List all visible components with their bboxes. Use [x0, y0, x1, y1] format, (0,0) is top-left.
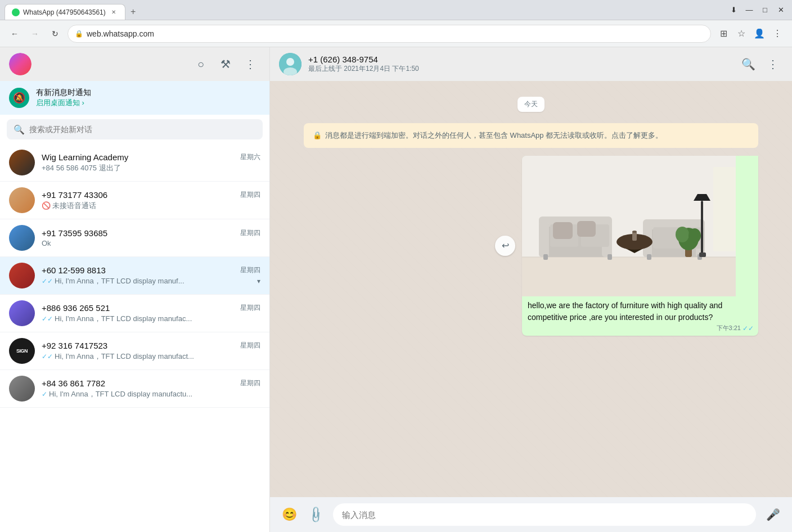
search-input[interactable]	[29, 125, 256, 134]
chat-name-886: +886 936 265 521	[42, 303, 110, 313]
chat-info-60: +60 12-599 8813 星期四 ✓✓ Hi, I'm Anna，TFT …	[42, 265, 260, 286]
svg-rect-30	[701, 201, 703, 254]
chat-item-84b[interactable]: +84 36 861 7782 星期四 ✓ Hi, I'm Anna，TFT L…	[0, 370, 269, 408]
chat-item-wig[interactable]: Wig Learning Academy 星期六 +84 56 586 4075…	[0, 144, 269, 182]
browser-minimize-button[interactable]: —	[742, 3, 756, 17]
chat-preview-91b: Ok	[42, 239, 51, 247]
profile-icon[interactable]: 👤	[752, 26, 767, 42]
chat-options-button[interactable]: ⋮	[763, 54, 783, 74]
avatar-91a	[9, 187, 35, 213]
encrypted-text: 消息都是进行端到端加密。对话之外的任何人，甚至包含 WhatsApp 都无法读取…	[325, 130, 663, 141]
attach-button[interactable]: 📎	[302, 501, 331, 529]
new-chat-icon[interactable]: ⚒	[215, 54, 236, 74]
address-bar-icons: ⊞ ☆ 👤 ⋮	[716, 26, 785, 42]
more-options-icon[interactable]: ⋮	[240, 54, 260, 74]
message-bubble: hello,we are the factory of furniture wi…	[522, 156, 758, 336]
chat-top-wig: Wig Learning Academy 星期六	[42, 152, 260, 162]
contact-avatar[interactable]	[279, 53, 302, 75]
apps-icon[interactable]: ⊞	[716, 26, 731, 42]
browser-maximize-button[interactable]: □	[758, 3, 772, 17]
active-tab[interactable]: WhatsApp (447950643561) ✕	[4, 4, 125, 20]
star-icon[interactable]: ☆	[734, 26, 749, 42]
chat-name-91a: +91 73177 43306	[42, 190, 107, 200]
chat-item-91b[interactable]: +91 73595 93685 星期四 Ok	[0, 219, 269, 257]
chat-item-60[interactable]: +60 12-599 8813 星期四 ✓✓ Hi, I'm Anna，TFT …	[0, 257, 269, 295]
chat-top-91a: +91 73177 43306 星期四	[42, 190, 260, 200]
chat-info-wig: Wig Learning Academy 星期六 +84 56 586 4075…	[42, 152, 260, 173]
mic-button[interactable]: 🎤	[763, 504, 783, 525]
tab-close-button[interactable]: ✕	[109, 8, 118, 17]
chat-item-91a[interactable]: +91 73177 43306 星期四 🚫 未接语音通话	[0, 182, 269, 219]
browser-window-controls: ⬇ — □ ✕	[727, 3, 788, 17]
chat-time-886: 星期四	[240, 303, 260, 313]
chat-info-sign: +92 316 7417523 星期四 ✓✓ Hi, I'm Anna，TFT …	[42, 341, 260, 362]
chat-bottom-84b: ✓ Hi, I'm Anna，TFT LCD display manufactu…	[42, 389, 260, 399]
chat-top-91b: +91 73595 93685 星期四	[42, 228, 260, 238]
svg-rect-12	[543, 254, 548, 260]
search-messages-button[interactable]: 🔍	[738, 54, 758, 74]
search-icon: 🔍	[14, 124, 25, 135]
forward-button[interactable]: →	[27, 26, 43, 42]
chat-time-91a: 星期四	[240, 190, 260, 200]
address-bar: ← → ↻ 🔒 web.whatsapp.com ⊞ ☆ 👤 ⋮	[0, 20, 792, 47]
contact-info: +1 (626) 348-9754 最后上线于 2021年12月4日 下午1:5…	[308, 55, 731, 74]
sidebar-actions: ○ ⚒ ⋮	[191, 54, 260, 74]
chat-time-sign: 星期四	[240, 341, 260, 350]
svg-rect-4	[522, 257, 736, 296]
user-avatar[interactable]	[9, 53, 32, 75]
chat-info-84b: +84 36 861 7782 星期四 ✓ Hi, I'm Anna，TFT L…	[42, 378, 260, 399]
chat-preview-wig: +84 56 586 4075 退出了	[42, 163, 121, 173]
avatar-886	[9, 300, 35, 326]
lock-icon: 🔒	[75, 30, 83, 38]
avatar-wig	[9, 150, 35, 175]
chat-time-60: 星期四	[240, 265, 260, 275]
message-text: hello,we are the factory of furniture wi…	[522, 296, 758, 336]
menu-icon[interactable]: ⋮	[770, 26, 785, 42]
chat-item-886[interactable]: +886 936 265 521 星期四 ✓✓ Hi, I'm Anna，TFT…	[0, 295, 269, 332]
message-meta: 下午3:21 ✓✓	[717, 323, 754, 333]
missed-call-icon: 🚫	[42, 201, 51, 210]
svg-rect-32	[699, 253, 706, 257]
svg-rect-34	[553, 222, 573, 239]
whatsapp-app: ○ ⚒ ⋮ 🔕 有新消息时通知 启用桌面通知 › 🔍	[0, 47, 792, 532]
svg-rect-13	[608, 254, 612, 260]
back-button[interactable]: ←	[7, 26, 22, 42]
reload-button[interactable]: ↻	[47, 26, 63, 42]
message-input[interactable]	[333, 503, 756, 526]
browser-profile-icon[interactable]: ⬇	[727, 3, 740, 17]
svg-rect-19	[647, 254, 651, 260]
chat-bottom-91b: Ok	[42, 239, 260, 247]
svg-point-1	[286, 58, 294, 66]
new-tab-button[interactable]: +	[125, 4, 141, 20]
status-icon[interactable]: ○	[191, 54, 211, 74]
tab-favicon	[12, 8, 20, 16]
sent-message: ↩	[304, 156, 758, 336]
chat-name-84b: +84 36 861 7782	[42, 378, 105, 388]
forward-button[interactable]: ↩	[495, 236, 515, 256]
chat-header-actions: 🔍 ⋮	[738, 54, 783, 74]
chat-time-84b: 星期四	[240, 378, 260, 388]
contact-name: +1 (626) 348-9754	[308, 55, 731, 64]
chat-preview-91a: 🚫 未接语音通话	[42, 201, 96, 211]
browser-frame: WhatsApp (447950643561) ✕ + ⬇ — □ ✕ ← → …	[0, 0, 792, 532]
user-avatar-image	[9, 53, 32, 75]
chat-bottom-wig: +84 56 586 4075 退出了	[42, 163, 260, 173]
chat-list: Wig Learning Academy 星期六 +84 56 586 4075…	[0, 144, 269, 532]
avatar-84b	[9, 376, 35, 402]
double-check-icon-84b: ✓	[42, 390, 47, 398]
avatar-sign: SIGN	[9, 338, 35, 364]
svg-rect-8	[539, 222, 549, 257]
encrypted-notice[interactable]: 🔒 消息都是进行端到端加密。对话之外的任何人，甚至包含 WhatsApp 都无法…	[304, 123, 758, 148]
double-check-icon-sign: ✓✓	[42, 353, 53, 360]
double-check-icon-60: ✓✓	[42, 277, 53, 285]
chat-preview-84b: ✓ Hi, I'm Anna，TFT LCD display manufactu…	[42, 389, 192, 399]
dropdown-arrow-60[interactable]: ▾	[257, 277, 260, 285]
chat-bottom-91a: 🚫 未接语音通话	[42, 201, 260, 211]
svg-point-29	[688, 228, 701, 243]
emoji-button[interactable]: 😊	[279, 504, 299, 525]
url-bar[interactable]: 🔒 web.whatsapp.com	[68, 25, 711, 43]
svg-rect-35	[577, 221, 596, 237]
browser-close-button[interactable]: ✕	[774, 3, 788, 17]
enable-desktop-notifications-link[interactable]: 启用桌面通知 ›	[36, 98, 260, 108]
chat-item-sign[interactable]: SIGN +92 316 7417523 星期四 ✓✓ Hi, I'm Anna…	[0, 332, 269, 370]
